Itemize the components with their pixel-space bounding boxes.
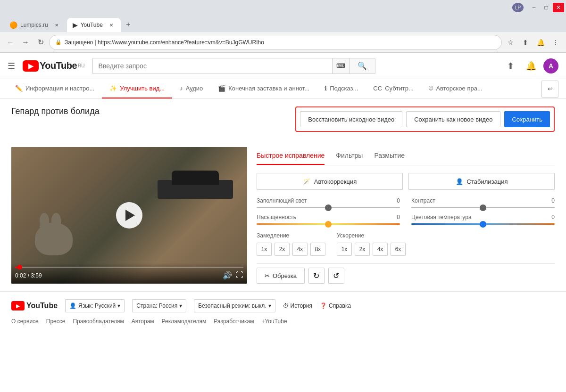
color-temp-label: Цветовая температура 0	[411, 214, 555, 220]
tab-subtitles[interactable]: CC Субтитр...	[366, 79, 421, 98]
color-temp-slider: Цветовая температура 0	[411, 214, 555, 225]
fill-light-slider: Заполняющий свет 0	[257, 197, 400, 208]
back-button[interactable]: ←	[4, 36, 17, 49]
video-progress-bar[interactable]	[15, 267, 243, 268]
tab-copyright[interactable]: © Авторское пра...	[421, 79, 490, 98]
history-link[interactable]: ⏱ История	[283, 302, 313, 309]
tab-info[interactable]: ✏️ Информация и настро...	[8, 79, 102, 98]
contrast-track[interactable]	[411, 207, 555, 208]
bookmark-icon[interactable]: ☆	[504, 36, 517, 49]
fix-tab-quick[interactable]: Быстрое исправление	[257, 147, 325, 165]
menu-icon[interactable]: ⋮	[549, 36, 562, 49]
fast-6x[interactable]: 6x	[391, 243, 406, 256]
footer-logo-text: YouTube	[26, 302, 58, 310]
url-text: Защищено | https://www.youtube.com/enhan…	[65, 39, 496, 46]
fast-4x[interactable]: 4x	[373, 243, 388, 256]
page-content: ☰ ▶ YouTubeRU ⌨ 🔍 ⬆ 🔔 A ✏️ Информация и …	[0, 53, 566, 392]
stabilize-button[interactable]: 👤 Стабилизация	[408, 173, 555, 190]
video-player[interactable]: 0:02 / 3:59 🔊 ⛶	[11, 147, 247, 284]
yt-header-actions: ⬆ 🔔 A	[502, 57, 558, 74]
restore-original-button[interactable]: Восстановить исходное видео	[300, 111, 402, 127]
tab-endscreen[interactable]: 🎬 Конечная заставка и аннот...	[210, 79, 317, 98]
fill-light-thumb[interactable]	[325, 204, 332, 211]
tab-cards[interactable]: ℹ Подсказ...	[317, 79, 366, 98]
back-to-manager-button[interactable]: ↩	[541, 81, 558, 98]
user-avatar[interactable]: A	[543, 58, 558, 74]
rotate-ccw-button[interactable]: ↺	[328, 268, 344, 284]
upload-icon[interactable]: ⬆	[519, 36, 532, 49]
hamburger-menu[interactable]: ☰	[8, 61, 15, 71]
slow-8x[interactable]: 8x	[310, 243, 325, 256]
trim-button[interactable]: ✂ Обрезка	[257, 268, 305, 284]
history-icon: ⏱	[283, 302, 289, 309]
tab-enhance[interactable]: ✨ Улучшить вид...	[102, 79, 172, 98]
slow-1x[interactable]: 1x	[257, 243, 272, 256]
help-link[interactable]: ❓ Справка	[320, 302, 351, 309]
url-bar[interactable]: 🔒 Защищено | https://www.youtube.com/enh…	[49, 35, 502, 50]
rotate-cw-button[interactable]: ↻	[308, 268, 325, 284]
new-tab-button[interactable]: +	[122, 18, 135, 31]
tab-lumpics-title: Lumpics.ru	[20, 22, 48, 28]
fast-2x[interactable]: 2x	[355, 243, 370, 256]
tab-youtube-close[interactable]: ✕	[108, 21, 115, 29]
tab-lumpics[interactable]: 🟠 Lumpics.ru ✕	[4, 18, 66, 32]
language-label: Язык: Русский	[78, 302, 116, 309]
help-icon: ❓	[320, 302, 327, 309]
volume-icon[interactable]: 🔊	[223, 271, 232, 280]
forward-button[interactable]: →	[19, 36, 32, 49]
footer-link-advertisers[interactable]: Рекламодателям	[162, 318, 207, 325]
search-button[interactable]: 🔍	[349, 58, 375, 74]
footer-link-developers[interactable]: Разработчикам	[214, 318, 254, 325]
tab-enhance-label: Улучшить вид...	[120, 85, 165, 92]
save-button[interactable]: Сохранить	[504, 111, 550, 127]
color-temp-thumb[interactable]	[480, 221, 486, 228]
contrast-slider: Контраст 0	[411, 197, 555, 208]
tab-endscreen-icon: 🎬	[218, 85, 225, 92]
fullscreen-icon[interactable]: ⛶	[236, 271, 243, 280]
saturation-thumb[interactable]	[325, 221, 332, 228]
country-selector[interactable]: Страна: Россия ▾	[132, 299, 186, 312]
fast-1x[interactable]: 1x	[337, 243, 352, 256]
maximize-button[interactable]: □	[541, 3, 552, 12]
yt-logo-text: YouTube	[40, 60, 77, 71]
footer-logo-icon: ▶	[11, 301, 25, 310]
fill-light-track[interactable]	[257, 207, 400, 208]
tab-lumpics-close[interactable]: ✕	[53, 21, 60, 29]
safe-mode-selector[interactable]: Безопасный режим: выкл. ▾	[194, 299, 275, 312]
minimize-button[interactable]: –	[528, 3, 540, 12]
fix-tab-blur[interactable]: Размытие	[374, 147, 405, 165]
bell-icon[interactable]: 🔔	[534, 36, 547, 49]
play-button[interactable]	[116, 202, 142, 229]
bottom-actions: ✂ Обрезка ↻ ↺	[257, 263, 555, 284]
color-temp-track[interactable]	[411, 223, 555, 225]
browser-window: LP – □ ✕ 🟠 Lumpics.ru ✕ ▶ YouTube ✕ + ← …	[0, 0, 566, 392]
save-as-new-button[interactable]: Сохранить как новое видео	[406, 111, 500, 127]
saturation-value: 0	[397, 214, 400, 220]
tab-audio[interactable]: ♪ Аудио	[172, 79, 210, 98]
footer-link-copyright[interactable]: Правообладателям	[73, 318, 124, 325]
slow-4x[interactable]: 4x	[292, 243, 308, 256]
tab-youtube[interactable]: ▶ YouTube ✕	[67, 18, 121, 32]
autocorrect-button[interactable]: 🪄 Автокоррекция	[257, 173, 403, 190]
footer-link-about[interactable]: О сервисе	[11, 318, 39, 325]
contrast-thumb[interactable]	[480, 204, 486, 211]
search-input[interactable]	[92, 58, 332, 74]
footer-top: ▶ YouTube 👤 Язык: Русский ▾ Страна: Росс…	[11, 299, 555, 312]
fix-tab-filters[interactable]: Фильтры	[336, 147, 363, 165]
yt-logo-icon: ▶	[23, 60, 39, 72]
upload-video-button[interactable]: ⬆	[502, 57, 519, 74]
slow-2x[interactable]: 2x	[275, 243, 290, 256]
saturation-track[interactable]	[257, 223, 400, 225]
language-selector[interactable]: 👤 Язык: Русский ▾	[65, 299, 125, 312]
speed-row: Замедление 1x 2x 4x 8x Ускорение	[257, 232, 555, 256]
footer-link-press[interactable]: Прессе	[46, 318, 66, 325]
refresh-button[interactable]: ↻	[34, 36, 47, 49]
close-button[interactable]: ✕	[553, 3, 564, 12]
notifications-button[interactable]: 🔔	[523, 57, 540, 74]
tab-audio-label: Аудио	[186, 85, 203, 92]
yt-logo[interactable]: ▶ YouTubeRU	[23, 60, 85, 72]
footer-logo[interactable]: ▶ YouTube	[11, 301, 58, 310]
footer-link-plus[interactable]: +YouTube	[261, 318, 287, 325]
safe-mode-chevron: ▾	[268, 302, 271, 309]
footer-link-authors[interactable]: Авторам	[132, 318, 154, 325]
